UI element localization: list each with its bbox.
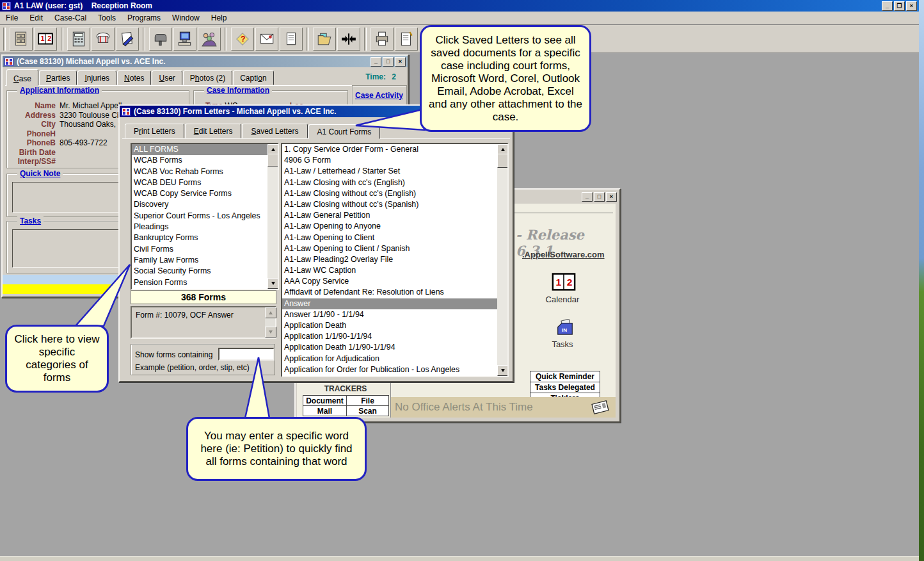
scroll-up-button[interactable] <box>265 307 276 318</box>
printer-button[interactable] <box>370 28 394 51</box>
minimize-button[interactable]: _ <box>882 1 893 11</box>
minimize-button[interactable]: _ <box>582 192 593 202</box>
search-input[interactable] <box>218 348 275 361</box>
sticky-note-button[interactable]: ? <box>231 28 254 51</box>
menu-item[interactable]: Tools <box>92 12 122 24</box>
forms-scrollbar[interactable] <box>497 144 507 376</box>
compose-button[interactable] <box>116 28 139 51</box>
case-tab[interactable]: Caption <box>233 70 273 85</box>
reminder-button[interactable]: Tasks Delegated <box>530 382 600 393</box>
menu-item[interactable]: Window <box>166 12 205 24</box>
tasks-big-icon[interactable]: IN <box>555 319 575 337</box>
close-button[interactable]: × <box>606 192 617 202</box>
menu-item[interactable]: Edit <box>24 12 49 24</box>
case-tab[interactable]: Case <box>6 69 38 86</box>
category-item[interactable]: WCAB Copy Service Forms <box>132 188 267 199</box>
case-tab[interactable]: Injuries <box>77 70 116 85</box>
case-tab[interactable]: Parties <box>39 70 77 85</box>
scroll-down-button[interactable] <box>265 327 276 337</box>
menu-item[interactable]: Help <box>205 12 233 24</box>
reminder-button[interactable]: Quick Reminder <box>530 371 600 382</box>
categories-scrollbar[interactable] <box>267 144 278 289</box>
form-item[interactable]: A1-Law Opening to Client <box>282 232 497 243</box>
form-item[interactable]: Affidavit of Defendant Re: Resolution of… <box>282 287 497 298</box>
category-item[interactable]: Discovery <box>132 199 267 210</box>
form-item[interactable]: A1-Law Opening to Anyone <box>282 221 497 232</box>
form-item[interactable]: 1. Copy Service Order Form - General <box>282 144 497 155</box>
form-tab[interactable]: Saved Letters <box>242 124 307 138</box>
case-tab[interactable]: Photos (2) <box>183 70 232 85</box>
website-link[interactable]: .AppellSoftware.com <box>522 250 605 259</box>
menu-item[interactable]: File <box>0 12 24 24</box>
restore-button[interactable]: ❐ <box>894 1 905 11</box>
form-item[interactable]: AAA Copy Service <box>282 276 497 287</box>
form-tab[interactable]: Edit Letters <box>185 124 242 138</box>
category-item[interactable]: Superior Court Forms - Los Angeles <box>132 211 267 222</box>
category-item[interactable]: WCAB DEU Forms <box>132 177 267 188</box>
tasks-label[interactable]: Tasks <box>527 339 598 349</box>
case-info-link[interactable]: Case Information <box>204 86 272 95</box>
case-tab[interactable]: Notes <box>117 70 151 85</box>
tracker-button[interactable]: File <box>346 395 389 406</box>
file-cabinet-button[interactable] <box>10 28 33 51</box>
category-item[interactable]: WCAB Forms <box>132 155 267 166</box>
case-window-titlebar[interactable]: (Case 83130) Michael Appell vs. ACE Inc.… <box>3 56 408 67</box>
maximize-button[interactable]: □ <box>383 57 394 67</box>
form-item[interactable]: Application for Order for Publication - … <box>282 364 497 375</box>
case-tab[interactable]: User <box>152 70 182 85</box>
calendar-button[interactable]: 12 <box>34 28 57 51</box>
category-item[interactable]: Civil Forms <box>132 244 267 255</box>
tracker-button[interactable]: Document <box>303 395 347 406</box>
form-item[interactable]: Application 1/1/90-1/1/94 <box>282 331 497 342</box>
form-item[interactable]: Answer 1/1/90 - 1/1/94 <box>282 309 497 320</box>
open-folder-button[interactable] <box>313 28 336 51</box>
form-item[interactable]: A1-Law Closing without cc's (English) <box>282 188 497 199</box>
document-button[interactable] <box>280 28 303 51</box>
close-button[interactable]: × <box>906 1 917 11</box>
calendar-label[interactable]: Calendar <box>527 295 598 304</box>
form-item[interactable]: 4906 G Form <box>282 155 497 166</box>
form-info-scrollbar[interactable] <box>265 307 275 337</box>
computer-button[interactable] <box>173 28 196 51</box>
category-item[interactable]: Family Law Forms <box>132 255 267 266</box>
category-item[interactable]: Pension Forms <box>132 277 267 288</box>
category-item[interactable]: WCAB Voc Rehab Forms <box>132 167 267 177</box>
quick-note-link[interactable]: Quick Note <box>17 169 63 178</box>
close-button[interactable]: × <box>395 57 406 67</box>
envelope-button[interactable] <box>255 28 278 51</box>
minimize-button[interactable]: _ <box>370 57 381 67</box>
calendar-big-icon[interactable]: 12 <box>552 273 576 291</box>
category-item[interactable]: ALL FORMS <box>132 144 267 155</box>
form-item[interactable]: A1-Law Pleading2 Overlay File <box>282 254 497 265</box>
form-item[interactable]: A1-Law Closing with cc's (English) <box>282 177 497 188</box>
form-item[interactable]: A1-Law General Petition <box>282 210 497 221</box>
form-item[interactable]: Application Death <box>282 320 497 331</box>
form-item[interactable]: A1-Law Closing without cc's (Spanish) <box>282 199 497 210</box>
category-item[interactable]: Bankruptcy Forms <box>132 232 267 243</box>
form-item[interactable]: Application Death 1/1/90-1/1/94 <box>282 342 497 353</box>
people-button[interactable] <box>198 28 221 51</box>
form-tab[interactable]: Print Letters <box>125 124 184 138</box>
form-item[interactable]: Answer <box>282 298 497 309</box>
calculator-button[interactable] <box>67 28 90 51</box>
category-item[interactable]: Pleadings <box>132 222 267 232</box>
form-item[interactable]: A1-Law Opening to Client / Spanish <box>282 243 497 254</box>
case-activity-link[interactable]: Case Activity <box>355 91 403 100</box>
menu-item[interactable]: Programs <box>122 12 166 24</box>
tracker-button[interactable]: Scan <box>346 405 389 416</box>
scroll-down-button[interactable] <box>497 365 509 376</box>
tracker-button[interactable]: Mail <box>303 405 347 416</box>
journal-button[interactable] <box>395 28 418 51</box>
scroll-down-button[interactable] <box>267 278 279 289</box>
maximize-button[interactable]: □ <box>594 192 605 202</box>
form-item[interactable]: Application for Adjudication <box>282 354 497 364</box>
applicant-info-link[interactable]: Applicant Information <box>17 86 102 95</box>
category-item[interactable]: Social Security Forms <box>132 266 267 277</box>
form-item[interactable]: A1-Law / Letterhead / Starter Set <box>282 166 497 177</box>
form-item[interactable]: A1-Law WC Caption <box>282 265 497 276</box>
main-titlebar[interactable]: A1 LAW (user: gst) Reception Room _ ❐ × <box>0 0 919 12</box>
mailbox-button[interactable] <box>149 28 172 51</box>
menu-item[interactable]: Case-Cal <box>49 12 92 24</box>
tasks-link[interactable]: Tasks <box>17 216 44 225</box>
rolodex-button[interactable] <box>92 28 115 51</box>
